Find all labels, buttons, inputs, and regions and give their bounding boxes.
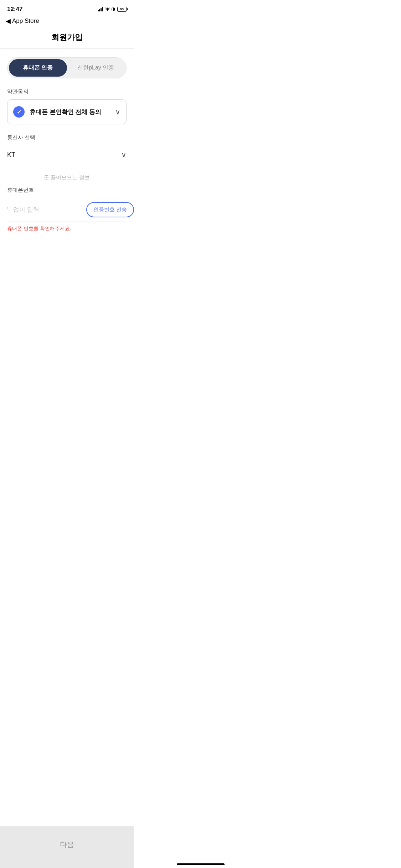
wifi-icon: 𝚿 ◑: [105, 6, 115, 12]
main-content: 휴대폰 인증 신한pLay 인증 약관동의 ✓ 휴대폰 본인확인 전체 동의 ∨…: [0, 49, 134, 243]
page-title: 회원가입: [7, 32, 127, 43]
phone-section: 휴대폰번호 인증번호 전송 휴대폰 번호를 확인해주세요.: [7, 187, 127, 232]
checkmark-icon: ✓: [17, 109, 21, 115]
back-chevron-icon: ◀: [6, 17, 11, 25]
tab-phone[interactable]: 휴대폰 인증: [9, 59, 67, 77]
back-label: App Store: [12, 17, 39, 25]
check-circle: ✓: [13, 106, 25, 118]
carrier-chevron-icon: ∨: [121, 150, 127, 159]
floating-info: 돈 끌어모으는 정보: [7, 171, 127, 187]
nav-bar: ◀ App Store: [0, 16, 134, 28]
phone-section-label: 휴대폰번호: [7, 187, 127, 193]
status-icons: 𝚿 ◑ 53: [98, 6, 127, 12]
status-bar: 12:47 𝚿 ◑ 53: [0, 0, 134, 16]
carrier-dropdown[interactable]: KT ∨: [7, 145, 127, 164]
send-code-button[interactable]: 인증번호 전송: [86, 202, 134, 217]
carrier-section-label: 통신사 선택: [7, 134, 127, 141]
agreement-chevron-icon: ∨: [115, 108, 120, 116]
agreement-box[interactable]: ✓ 휴대폰 본인확인 전체 동의 ∨: [7, 99, 127, 124]
status-time: 12:47: [7, 6, 22, 13]
agreement-section-label: 약관동의: [7, 88, 127, 95]
back-button[interactable]: ◀ App Store: [6, 17, 39, 25]
agreement-left: ✓ 휴대폰 본인확인 전체 동의: [13, 106, 101, 118]
carrier-value: KT: [7, 151, 15, 159]
phone-error-text: 휴대폰 번호를 확인해주세요.: [7, 226, 127, 232]
agreement-text: 휴대폰 본인확인 전체 동의: [30, 108, 101, 116]
phone-input-row: 인증번호 전송: [7, 198, 127, 222]
phone-input[interactable]: [7, 206, 83, 213]
carrier-section: 통신사 선택 KT ∨: [7, 134, 127, 164]
tab-shinhan[interactable]: 신한pLay 인증: [67, 59, 125, 77]
tab-switcher: 휴대폰 인증 신한pLay 인증: [7, 57, 127, 78]
battery-icon: 53: [117, 7, 127, 12]
page-title-container: 회원가입: [0, 28, 134, 49]
signal-icon: [98, 7, 103, 11]
